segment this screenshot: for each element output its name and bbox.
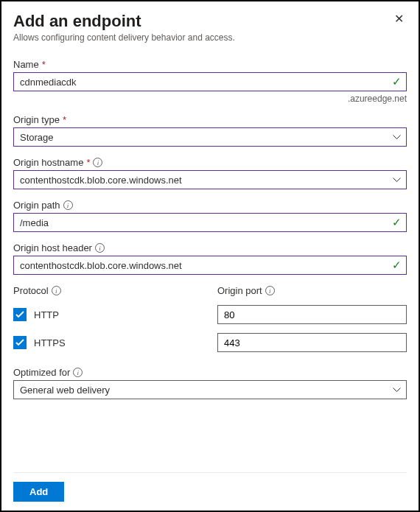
name-suffix: .azureedge.net (13, 94, 407, 104)
optimized-for-value (14, 381, 388, 399)
chevron-down-icon (388, 387, 406, 393)
check-icon (15, 339, 24, 346)
origin-hostname-value (14, 171, 388, 189)
name-label: Name (13, 59, 39, 70)
origin-type-label: Origin type (13, 114, 60, 125)
origin-type-value (14, 128, 388, 146)
optimized-for-label: Optimized for (13, 367, 70, 378)
info-icon[interactable]: i (73, 368, 83, 377)
info-icon[interactable]: i (265, 286, 275, 295)
info-icon[interactable]: i (93, 158, 102, 167)
https-label: HTTPS (34, 337, 66, 348)
chevron-down-icon (388, 178, 406, 183)
origin-path-label: Origin path (13, 200, 60, 211)
origin-path-input[interactable] (14, 214, 392, 231)
info-icon[interactable]: i (52, 286, 61, 295)
http-port-input[interactable] (217, 305, 407, 324)
https-checkbox[interactable] (13, 336, 27, 349)
https-port-input[interactable] (217, 333, 407, 352)
origin-hostname-select[interactable] (13, 170, 407, 189)
optimized-for-select[interactable] (13, 380, 407, 399)
required-indicator: * (42, 59, 46, 70)
protocol-label: Protocol (13, 285, 49, 296)
http-checkbox[interactable] (13, 308, 27, 321)
chevron-down-icon (388, 135, 406, 140)
origin-host-header-input[interactable] (14, 256, 392, 274)
origin-port-label: Origin port (217, 285, 262, 296)
info-icon[interactable]: i (95, 243, 105, 253)
required-indicator: * (86, 157, 90, 168)
origin-type-select[interactable] (13, 127, 407, 147)
check-icon: ✓ (392, 75, 406, 88)
http-label: HTTP (34, 309, 59, 320)
close-icon: ✕ (394, 13, 404, 25)
check-icon (15, 311, 24, 318)
check-icon: ✓ (392, 259, 406, 272)
close-button[interactable]: ✕ (391, 12, 407, 27)
name-input[interactable] (14, 73, 392, 91)
info-icon[interactable]: i (63, 200, 73, 210)
panel-title: Add an endpoint (13, 12, 141, 31)
origin-hostname-label: Origin hostname (13, 157, 83, 168)
origin-host-header-label: Origin host header (13, 242, 92, 253)
required-indicator: * (63, 114, 66, 125)
add-button[interactable]: Add (13, 482, 64, 502)
panel-subtitle: Allows configuring content delivery beha… (13, 32, 407, 43)
check-icon: ✓ (392, 216, 406, 229)
